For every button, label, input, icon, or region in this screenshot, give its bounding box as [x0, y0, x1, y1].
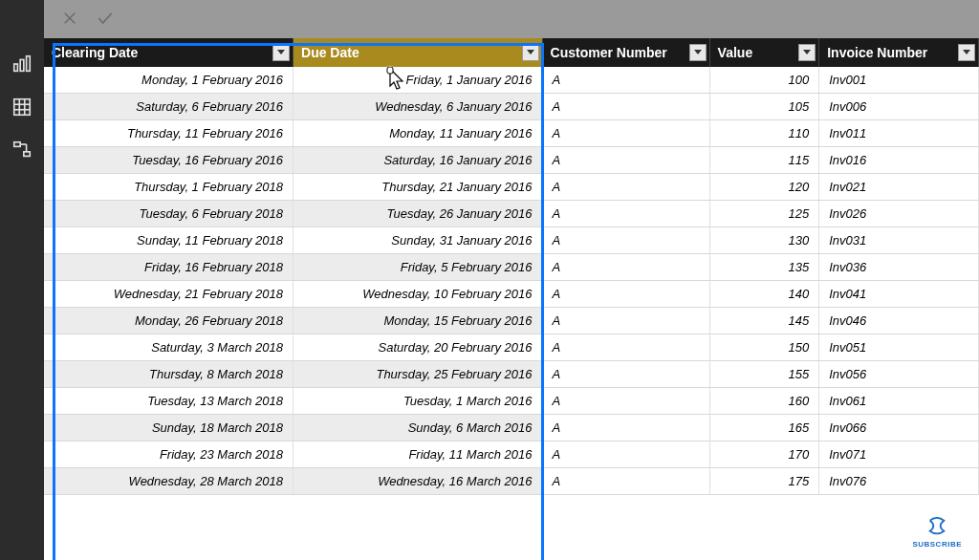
chevron-down-icon[interactable] — [689, 44, 707, 61]
cell-clearing_date[interactable]: Wednesday, 21 February 2018 — [44, 281, 294, 308]
table-row[interactable]: Sunday, 11 February 2018Sunday, 31 Janua… — [44, 227, 979, 254]
cell-customer_number[interactable]: A — [542, 281, 709, 308]
cell-invoice_number[interactable]: Inv041 — [819, 281, 979, 308]
cell-invoice_number[interactable]: Inv031 — [819, 227, 979, 254]
cell-customer_number[interactable]: A — [542, 468, 709, 495]
cell-value[interactable]: 145 — [709, 308, 819, 334]
cell-customer_number[interactable]: A — [542, 227, 709, 254]
table-row[interactable]: Thursday, 1 February 2018Thursday, 21 Ja… — [44, 174, 979, 201]
chevron-down-icon[interactable] — [958, 44, 975, 61]
cell-invoice_number[interactable]: Inv076 — [819, 468, 979, 495]
cell-clearing_date[interactable]: Monday, 1 February 2016 — [44, 67, 294, 94]
data-grid[interactable]: Clearing DateDue DateCustomer NumberValu… — [44, 38, 979, 560]
cell-value[interactable]: 110 — [709, 120, 819, 147]
cell-invoice_number[interactable]: Inv006 — [819, 94, 979, 120]
cell-value[interactable]: 135 — [709, 254, 819, 281]
cell-due_date[interactable]: Saturday, 16 January 2016 — [294, 147, 543, 174]
cell-customer_number[interactable]: A — [542, 415, 709, 442]
cell-clearing_date[interactable]: Tuesday, 6 February 2018 — [44, 201, 294, 227]
cell-due_date[interactable]: Saturday, 20 February 2016 — [294, 334, 543, 361]
table-row[interactable]: Friday, 23 March 2018Friday, 11 March 20… — [44, 442, 979, 468]
cell-due_date[interactable]: Tuesday, 26 January 2016 — [294, 201, 543, 227]
table-row[interactable]: Monday, 26 February 2018Monday, 15 Febru… — [44, 308, 979, 334]
cell-customer_number[interactable]: A — [542, 361, 709, 388]
cell-clearing_date[interactable]: Tuesday, 16 February 2016 — [44, 147, 294, 174]
cell-clearing_date[interactable]: Saturday, 6 February 2016 — [44, 94, 294, 120]
cell-due_date[interactable]: Monday, 15 February 2016 — [294, 308, 543, 334]
cell-clearing_date[interactable]: Friday, 23 March 2018 — [44, 442, 294, 468]
table-row[interactable]: Wednesday, 28 March 2018Wednesday, 16 Ma… — [44, 468, 979, 495]
cell-customer_number[interactable]: A — [542, 94, 709, 120]
check-icon[interactable] — [96, 9, 115, 31]
cell-due_date[interactable]: Thursday, 21 January 2016 — [294, 174, 543, 201]
table-row[interactable]: Wednesday, 21 February 2018Wednesday, 10… — [44, 281, 979, 308]
cell-customer_number[interactable]: A — [542, 334, 709, 361]
cell-value[interactable]: 155 — [709, 361, 819, 388]
column-header-clearing_date[interactable]: Clearing Date — [44, 38, 294, 67]
cell-value[interactable]: 165 — [709, 415, 819, 442]
cell-due_date[interactable]: Sunday, 6 March 2016 — [294, 415, 543, 442]
cell-clearing_date[interactable]: Sunday, 18 March 2018 — [44, 415, 294, 442]
chevron-down-icon[interactable] — [522, 44, 539, 61]
cell-invoice_number[interactable]: Inv001 — [819, 67, 979, 94]
cell-clearing_date[interactable]: Monday, 26 February 2018 — [44, 308, 294, 334]
table-row[interactable]: Saturday, 3 March 2018Saturday, 20 Febru… — [44, 334, 979, 361]
cell-due_date[interactable]: Monday, 11 January 2016 — [294, 120, 543, 147]
cell-invoice_number[interactable]: Inv016 — [819, 147, 979, 174]
table-row[interactable]: Tuesday, 13 March 2018Tuesday, 1 March 2… — [44, 388, 979, 415]
cell-clearing_date[interactable]: Sunday, 11 February 2018 — [44, 227, 294, 254]
data-view-icon[interactable] — [11, 97, 33, 120]
table-row[interactable]: Monday, 1 February 2016Friday, 1 January… — [44, 67, 979, 94]
cell-invoice_number[interactable]: Inv036 — [819, 254, 979, 281]
cell-value[interactable]: 175 — [709, 468, 819, 495]
column-header-due_date[interactable]: Due Date — [294, 38, 543, 67]
column-header-value[interactable]: Value — [709, 38, 819, 67]
cell-customer_number[interactable]: A — [542, 147, 709, 174]
table-row[interactable]: Thursday, 11 February 2016Monday, 11 Jan… — [44, 120, 979, 147]
cell-due_date[interactable]: Friday, 5 February 2016 — [294, 254, 543, 281]
close-icon[interactable] — [61, 10, 78, 30]
table-row[interactable]: Saturday, 6 February 2016Wednesday, 6 Ja… — [44, 94, 979, 120]
cell-clearing_date[interactable]: Saturday, 3 March 2018 — [44, 334, 294, 361]
cell-due_date[interactable]: Sunday, 31 January 2016 — [294, 227, 543, 254]
cell-invoice_number[interactable]: Inv071 — [819, 442, 979, 468]
subscribe-badge[interactable]: SUBSCRIBE — [912, 517, 962, 549]
table-row[interactable]: Sunday, 18 March 2018Sunday, 6 March 201… — [44, 415, 979, 442]
cell-clearing_date[interactable]: Thursday, 8 March 2018 — [44, 361, 294, 388]
cell-invoice_number[interactable]: Inv051 — [819, 334, 979, 361]
column-header-invoice_number[interactable]: Invoice Number — [819, 38, 979, 67]
cell-invoice_number[interactable]: Inv056 — [819, 361, 979, 388]
cell-value[interactable]: 130 — [709, 227, 819, 254]
cell-value[interactable]: 100 — [709, 67, 819, 94]
cell-clearing_date[interactable]: Tuesday, 13 March 2018 — [44, 388, 294, 415]
cell-invoice_number[interactable]: Inv026 — [819, 201, 979, 227]
cell-due_date[interactable]: Wednesday, 16 March 2016 — [294, 468, 543, 495]
cell-customer_number[interactable]: A — [542, 442, 709, 468]
cell-clearing_date[interactable]: Wednesday, 28 March 2018 — [44, 468, 294, 495]
cell-due_date[interactable]: Friday, 1 January 2016 — [294, 67, 543, 94]
cell-clearing_date[interactable]: Thursday, 1 February 2018 — [44, 174, 294, 201]
table-row[interactable]: Tuesday, 16 February 2016Saturday, 16 Ja… — [44, 147, 979, 174]
cell-invoice_number[interactable]: Inv061 — [819, 388, 979, 415]
cell-due_date[interactable]: Wednesday, 6 January 2016 — [294, 94, 543, 120]
cell-due_date[interactable]: Thursday, 25 February 2016 — [294, 361, 543, 388]
table-row[interactable]: Thursday, 8 March 2018Thursday, 25 Febru… — [44, 361, 979, 388]
cell-value[interactable]: 105 — [709, 94, 819, 120]
cell-value[interactable]: 120 — [709, 174, 819, 201]
cell-clearing_date[interactable]: Thursday, 11 February 2016 — [44, 120, 294, 147]
cell-value[interactable]: 160 — [709, 388, 819, 415]
cell-due_date[interactable]: Tuesday, 1 March 2016 — [294, 388, 543, 415]
cell-customer_number[interactable]: A — [542, 201, 709, 227]
cell-value[interactable]: 125 — [709, 201, 819, 227]
table-row[interactable]: Tuesday, 6 February 2018Tuesday, 26 Janu… — [44, 201, 979, 227]
cell-value[interactable]: 150 — [709, 334, 819, 361]
table-row[interactable]: Friday, 16 February 2018Friday, 5 Februa… — [44, 254, 979, 281]
cell-invoice_number[interactable]: Inv066 — [819, 415, 979, 442]
cell-invoice_number[interactable]: Inv046 — [819, 308, 979, 334]
cell-customer_number[interactable]: A — [542, 308, 709, 334]
chevron-down-icon[interactable] — [798, 44, 816, 61]
report-view-icon[interactable] — [11, 54, 33, 77]
cell-due_date[interactable]: Wednesday, 10 February 2016 — [294, 281, 543, 308]
chevron-down-icon[interactable] — [272, 44, 290, 61]
column-header-customer_number[interactable]: Customer Number — [542, 38, 709, 67]
